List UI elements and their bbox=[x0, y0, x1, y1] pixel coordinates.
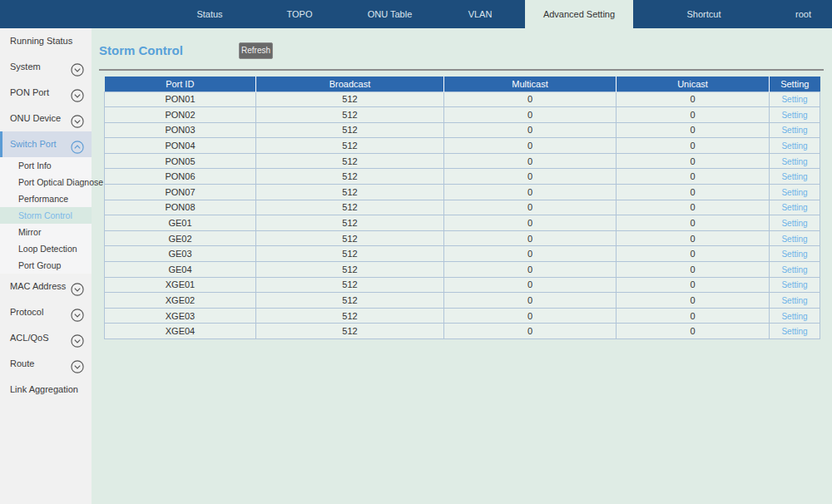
sidebar-item-onu-device[interactable]: ONU Device bbox=[0, 106, 92, 131]
setting-cell: Setting bbox=[770, 215, 820, 231]
setting-link[interactable]: Setting bbox=[781, 111, 807, 120]
tab-advanced-setting[interactable]: Advanced Setting bbox=[525, 0, 633, 28]
tab-shortcut[interactable]: Shortcut bbox=[633, 0, 775, 28]
multicast-cell: 0 bbox=[444, 91, 617, 107]
broadcast-cell: 512 bbox=[256, 293, 444, 309]
setting-link[interactable]: Setting bbox=[781, 126, 807, 135]
sidebar-item-acl-qos[interactable]: ACL/QoS bbox=[0, 325, 92, 351]
broadcast-cell: 512 bbox=[256, 308, 444, 324]
chevron-down-icon bbox=[71, 61, 84, 74]
sidebar-item-performance[interactable]: Performance bbox=[0, 190, 92, 207]
port-id-cell: PON06 bbox=[105, 169, 256, 185]
storm-control-table-wrap: Port IDBroadcastMulticastUnicastSetting … bbox=[104, 77, 820, 339]
setting-link[interactable]: Setting bbox=[781, 188, 807, 197]
broadcast-cell: 512 bbox=[256, 324, 444, 339]
setting-link[interactable]: Setting bbox=[781, 172, 807, 181]
setting-cell: Setting bbox=[770, 200, 820, 215]
sidebar-item-label: Running Status bbox=[10, 36, 72, 46]
setting-link[interactable]: Setting bbox=[781, 265, 807, 274]
setting-link[interactable]: Setting bbox=[781, 157, 807, 166]
table-row-ge02: GE0251200Setting bbox=[105, 230, 820, 246]
table-row-xge04: XGE0451200Setting bbox=[105, 324, 820, 339]
sidebar-item-protocol[interactable]: Protocol bbox=[0, 299, 92, 325]
tab-onu-table[interactable]: ONU Table bbox=[344, 0, 435, 28]
unicast-cell: 0 bbox=[617, 122, 770, 138]
sidebar-item-label: PON Port bbox=[10, 87, 49, 97]
chevron-down-icon bbox=[71, 112, 84, 126]
title-divider bbox=[99, 69, 824, 71]
setting-link[interactable]: Setting bbox=[781, 280, 807, 289]
broadcast-cell: 512 bbox=[256, 122, 444, 138]
column-header-multicast: Multicast bbox=[444, 77, 617, 91]
sidebar-item-mac-address[interactable]: MAC Address bbox=[0, 274, 92, 299]
setting-link[interactable]: Setting bbox=[781, 250, 807, 259]
port-id-cell: XGE02 bbox=[105, 293, 256, 309]
unicast-cell: 0 bbox=[617, 215, 770, 231]
sidebar-item-route[interactable]: Route bbox=[0, 351, 92, 377]
table-row-pon05: PON0551200Setting bbox=[105, 153, 820, 169]
multicast-cell: 0 bbox=[444, 169, 617, 185]
unicast-cell: 0 bbox=[617, 293, 770, 309]
chevron-down-icon bbox=[71, 306, 84, 319]
unicast-cell: 0 bbox=[617, 277, 770, 293]
unicast-cell: 0 bbox=[617, 107, 770, 123]
setting-link[interactable]: Setting bbox=[781, 95, 807, 104]
table-row-ge03: GE0351200Setting bbox=[105, 246, 820, 262]
sidebar-item-port-info[interactable]: Port Info bbox=[0, 157, 92, 174]
setting-cell: Setting bbox=[770, 246, 820, 262]
broadcast-cell: 512 bbox=[256, 169, 444, 185]
setting-link[interactable]: Setting bbox=[781, 296, 807, 305]
sidebar-item-storm-control[interactable]: Storm Control bbox=[0, 207, 92, 224]
refresh-button[interactable]: Refresh bbox=[239, 42, 273, 59]
table-row-ge01: GE0151200Setting bbox=[105, 215, 820, 231]
tab-status[interactable]: Status bbox=[165, 0, 255, 28]
tab-topo[interactable]: TOPO bbox=[255, 0, 344, 28]
multicast-cell: 0 bbox=[444, 246, 617, 262]
port-id-cell: PON08 bbox=[105, 200, 256, 215]
chevron-down-icon bbox=[71, 86, 84, 100]
sidebar-item-loop-detection[interactable]: Loop Detection bbox=[0, 240, 92, 257]
sidebar-item-label: Port Optical Diagnose bbox=[18, 177, 103, 187]
port-id-cell: PON02 bbox=[105, 107, 256, 123]
sidebar-item-port-group[interactable]: Port Group bbox=[0, 257, 92, 274]
column-header-setting: Setting bbox=[770, 77, 820, 91]
column-header-unicast: Unicast bbox=[617, 77, 770, 91]
setting-link[interactable]: Setting bbox=[781, 141, 807, 151]
setting-cell: Setting bbox=[770, 107, 820, 123]
port-id-cell: GE04 bbox=[105, 262, 256, 278]
setting-cell: Setting bbox=[770, 262, 820, 278]
setting-link[interactable]: Setting bbox=[781, 203, 807, 212]
sidebar-item-pon-port[interactable]: PON Port bbox=[0, 80, 92, 106]
table-row-pon04: PON0451200Setting bbox=[105, 138, 820, 154]
unicast-cell: 0 bbox=[617, 308, 770, 324]
setting-link[interactable]: Setting bbox=[781, 219, 807, 228]
sidebar-item-switch-port[interactable]: Switch Port bbox=[0, 131, 92, 157]
unicast-cell: 0 bbox=[617, 185, 770, 200]
chevron-down-icon bbox=[71, 358, 84, 371]
unicast-cell: 0 bbox=[617, 138, 770, 154]
sidebar-item-system[interactable]: System bbox=[0, 54, 92, 80]
chevron-down-icon bbox=[71, 332, 84, 345]
port-id-cell: PON05 bbox=[105, 153, 256, 169]
setting-link[interactable]: Setting bbox=[781, 312, 807, 321]
setting-link[interactable]: Setting bbox=[781, 235, 807, 244]
multicast-cell: 0 bbox=[444, 308, 617, 324]
unicast-cell: 0 bbox=[617, 246, 770, 262]
sidebar-item-link-aggregation[interactable]: Link Aggregation bbox=[0, 377, 92, 403]
multicast-cell: 0 bbox=[444, 107, 617, 123]
table-row-xge01: XGE0151200Setting bbox=[105, 277, 820, 293]
unicast-cell: 0 bbox=[617, 153, 770, 169]
setting-cell: Setting bbox=[770, 122, 820, 138]
broadcast-cell: 512 bbox=[256, 262, 444, 278]
sidebar-item-port-optical-diagnose[interactable]: Port Optical Diagnose bbox=[0, 174, 92, 190]
tab-root[interactable]: root bbox=[775, 0, 832, 28]
sidebar-item-mirror[interactable]: Mirror bbox=[0, 224, 92, 240]
multicast-cell: 0 bbox=[444, 138, 617, 154]
sidebar-item-running-status[interactable]: Running Status bbox=[0, 28, 92, 54]
setting-link[interactable]: Setting bbox=[781, 327, 807, 336]
multicast-cell: 0 bbox=[444, 153, 617, 169]
table-row-pon02: PON0251200Setting bbox=[105, 107, 820, 123]
sidebar-item-label: Switch Port bbox=[10, 139, 57, 149]
tab-vlan[interactable]: VLAN bbox=[435, 0, 525, 28]
sidebar: Running StatusSystemPON PortONU DeviceSw… bbox=[0, 28, 92, 504]
